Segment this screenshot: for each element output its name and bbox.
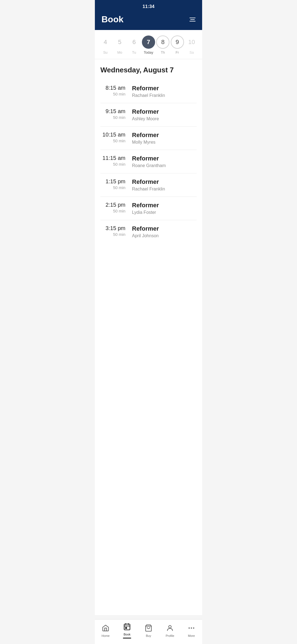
- class-time: 9:15 am 50 min: [100, 108, 132, 120]
- class-name: Reformer: [132, 225, 197, 232]
- class-name: Reformer: [132, 155, 197, 162]
- class-list: 8:15 am 50 min Reformer Rachael Franklin…: [100, 80, 197, 243]
- class-duration: 50 min: [100, 92, 125, 96]
- nav-label-buy: Buy: [146, 634, 151, 637]
- class-duration: 50 min: [100, 232, 125, 237]
- calendar-day-10[interactable]: 10Sa: [185, 36, 198, 54]
- selected-date-heading: Wednesday, August 7: [100, 66, 197, 74]
- class-time-main: 1:15 pm: [100, 178, 125, 185]
- class-list-item[interactable]: 11:15 am 50 min Reformer Roane Grantham: [100, 150, 197, 173]
- class-duration: 50 min: [100, 115, 125, 120]
- svg-point-8: [191, 627, 192, 629]
- more-icon: [188, 624, 195, 633]
- class-info: Reformer Molly Myres: [132, 132, 197, 145]
- svg-point-9: [193, 627, 194, 629]
- class-list-item[interactable]: 2:15 pm 50 min Reformer Lydia Foster: [100, 197, 197, 220]
- class-time-main: 2:15 pm: [100, 202, 125, 208]
- class-time: 2:15 pm 50 min: [100, 202, 132, 213]
- class-instructor: Roane Grantham: [132, 163, 197, 168]
- day-label-4: Su: [103, 50, 108, 54]
- class-time: 11:15 am 50 min: [100, 155, 132, 167]
- day-label-8: Th: [161, 50, 165, 54]
- buy-icon: [145, 624, 152, 633]
- status-bar: 11:34: [95, 0, 202, 12]
- class-name: Reformer: [132, 202, 197, 209]
- nav-item-home[interactable]: Home: [97, 624, 114, 637]
- class-info: Reformer Rachael Franklin: [132, 178, 197, 192]
- class-info: Reformer Rachael Franklin: [132, 85, 197, 98]
- class-instructor: Rachael Franklin: [132, 93, 197, 98]
- class-duration: 50 min: [100, 209, 125, 213]
- day-number-9: 9: [171, 36, 184, 49]
- class-time: 3:15 pm 50 min: [100, 225, 132, 237]
- nav-item-more[interactable]: More: [183, 624, 200, 637]
- class-info: Reformer Ashley Moore: [132, 108, 197, 121]
- class-name: Reformer: [132, 85, 197, 92]
- page-title: Book: [101, 14, 123, 24]
- svg-rect-0: [124, 624, 130, 630]
- class-duration: 50 min: [100, 162, 125, 167]
- class-time: 8:15 am 50 min: [100, 85, 132, 96]
- filter-button[interactable]: [189, 18, 196, 21]
- nav-label-profile: Profile: [166, 634, 174, 637]
- day-label-5: Mo: [117, 50, 122, 54]
- day-number-4: 4: [99, 36, 112, 49]
- nav-label-book: Book: [123, 633, 130, 636]
- class-instructor: Molly Myres: [132, 140, 197, 145]
- calendar-day-7[interactable]: 7Today: [142, 36, 155, 54]
- day-label-7: Today: [144, 50, 153, 54]
- nav-item-profile[interactable]: Profile: [162, 624, 178, 637]
- class-time-main: 11:15 am: [100, 155, 125, 161]
- class-time-main: 8:15 am: [100, 85, 125, 91]
- class-duration: 50 min: [100, 138, 125, 143]
- status-time: 11:34: [142, 4, 154, 9]
- main-content: Wednesday, August 7 8:15 am 50 min Refor…: [95, 59, 202, 615]
- class-duration: 50 min: [100, 185, 125, 190]
- nav-label-more: More: [188, 634, 195, 637]
- day-label-10: Sa: [189, 50, 194, 54]
- filter-icon: [189, 18, 196, 21]
- calendar-day-8[interactable]: 8Th: [156, 36, 169, 54]
- calendar-day-5[interactable]: 5Mo: [113, 36, 126, 54]
- class-instructor: Ashley Moore: [132, 116, 197, 121]
- class-list-item[interactable]: 9:15 am 50 min Reformer Ashley Moore: [100, 103, 197, 127]
- book-icon: [123, 623, 131, 632]
- class-info: Reformer Roane Grantham: [132, 155, 197, 168]
- class-name: Reformer: [132, 178, 197, 185]
- class-time: 1:15 pm 50 min: [100, 178, 132, 190]
- home-icon: [102, 624, 109, 633]
- day-number-5: 5: [113, 36, 126, 49]
- day-label-9: Fr: [175, 50, 179, 54]
- calendar-strip: 4Su5Mo6Tu7Today8Th9Fr10Sa: [95, 30, 202, 59]
- nav-label-home: Home: [101, 634, 109, 637]
- day-number-7: 7: [142, 36, 155, 49]
- class-list-item[interactable]: 1:15 pm 50 min Reformer Rachael Franklin: [100, 173, 197, 197]
- nav-item-buy[interactable]: Buy: [140, 624, 157, 637]
- class-time-main: 9:15 am: [100, 108, 125, 114]
- day-number-6: 6: [128, 36, 141, 49]
- header: Book: [95, 12, 202, 30]
- calendar-day-9[interactable]: 9Fr: [171, 36, 184, 54]
- class-name: Reformer: [132, 132, 197, 139]
- class-instructor: Rachael Franklin: [132, 187, 197, 192]
- profile-icon: [166, 624, 174, 633]
- class-list-item[interactable]: 10:15 am 50 min Reformer Molly Myres: [100, 127, 197, 150]
- calendar-day-4[interactable]: 4Su: [99, 36, 112, 54]
- class-list-item[interactable]: 3:15 pm 50 min Reformer April Johnson: [100, 220, 197, 243]
- class-name: Reformer: [132, 108, 197, 115]
- class-time: 10:15 am 50 min: [100, 132, 132, 143]
- day-label-6: Tu: [132, 50, 136, 54]
- class-time-main: 3:15 pm: [100, 225, 125, 231]
- class-info: Reformer April Johnson: [132, 225, 197, 238]
- class-instructor: Lydia Foster: [132, 210, 197, 215]
- class-list-item[interactable]: 8:15 am 50 min Reformer Rachael Franklin: [100, 80, 197, 103]
- bottom-nav: Home Book Buy Profile More: [95, 619, 202, 644]
- class-info: Reformer Lydia Foster: [132, 202, 197, 215]
- class-instructor: April Johnson: [132, 233, 197, 238]
- day-number-8: 8: [156, 36, 169, 49]
- nav-item-book[interactable]: Book: [119, 623, 135, 638]
- svg-point-6: [169, 625, 171, 628]
- svg-rect-4: [125, 627, 127, 629]
- calendar-day-6[interactable]: 6Tu: [128, 36, 141, 54]
- day-number-10: 10: [185, 36, 198, 49]
